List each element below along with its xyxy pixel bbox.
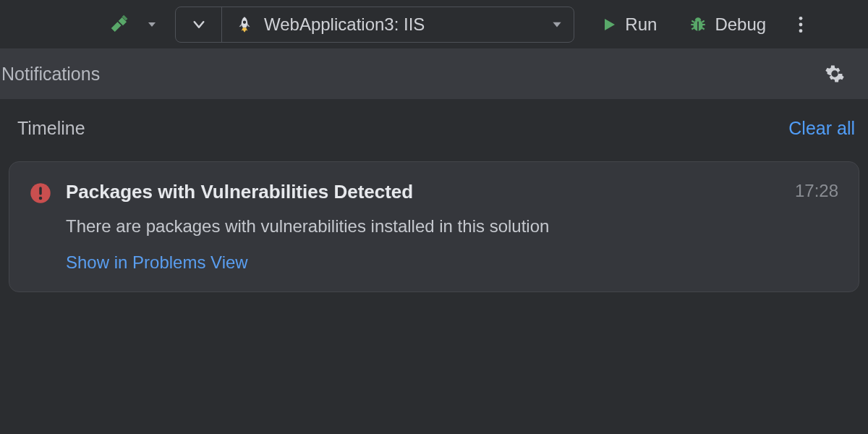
svg-line-6 (692, 20, 694, 22)
timeline-bar: Timeline Clear all (0, 99, 868, 157)
hammer-icon (109, 14, 130, 35)
svg-point-10 (799, 16, 803, 20)
notification-title: Packages with Vulnerabilities Detected (66, 181, 413, 203)
svg-line-7 (702, 20, 705, 22)
notifications-title: Notifications (1, 64, 100, 85)
timeline-label: Timeline (17, 118, 85, 139)
caret-down-icon (146, 19, 158, 30)
gear-icon (825, 64, 845, 84)
show-in-problems-link[interactable]: Show in Problems View (66, 252, 248, 273)
rocket-icon (235, 15, 254, 34)
notifications-settings-button[interactable] (817, 59, 852, 89)
notification-card[interactable]: Packages with Vulnerabilities Detected 1… (9, 161, 859, 292)
run-config-button[interactable]: WebApplication3: IIS (222, 7, 574, 42)
run-config-history-dropdown[interactable] (176, 7, 222, 42)
notification-timestamp: 17:28 (795, 181, 838, 201)
debug-label: Debug (715, 14, 766, 35)
svg-point-11 (799, 22, 803, 26)
more-actions-button[interactable] (788, 9, 814, 40)
debug-button[interactable]: Debug (676, 7, 779, 43)
svg-line-8 (692, 27, 694, 29)
svg-line-9 (702, 27, 705, 29)
play-icon (600, 16, 618, 33)
svg-point-16 (39, 197, 43, 200)
caret-down-icon (435, 18, 563, 31)
svg-point-1 (243, 20, 246, 23)
build-dropdown[interactable] (139, 9, 165, 40)
main-toolbar: WebApplication3: IIS Run Deb (0, 0, 868, 48)
notification-message: There are packages with vulnerabilities … (66, 216, 838, 237)
svg-point-12 (799, 29, 803, 33)
run-config-label: WebApplication3: IIS (264, 14, 425, 35)
clear-all-link[interactable]: Clear all (788, 118, 855, 139)
build-button[interactable] (101, 9, 137, 40)
notifications-header: Notifications (0, 48, 868, 99)
run-button[interactable]: Run (587, 7, 670, 43)
run-config-selector: WebApplication3: IIS (175, 7, 574, 43)
run-label: Run (625, 14, 657, 35)
kebab-icon (798, 15, 804, 34)
bug-icon (689, 15, 707, 34)
svg-rect-15 (39, 187, 42, 195)
error-icon (30, 182, 51, 204)
chevron-down-icon (192, 17, 206, 32)
svg-point-13 (833, 72, 838, 77)
